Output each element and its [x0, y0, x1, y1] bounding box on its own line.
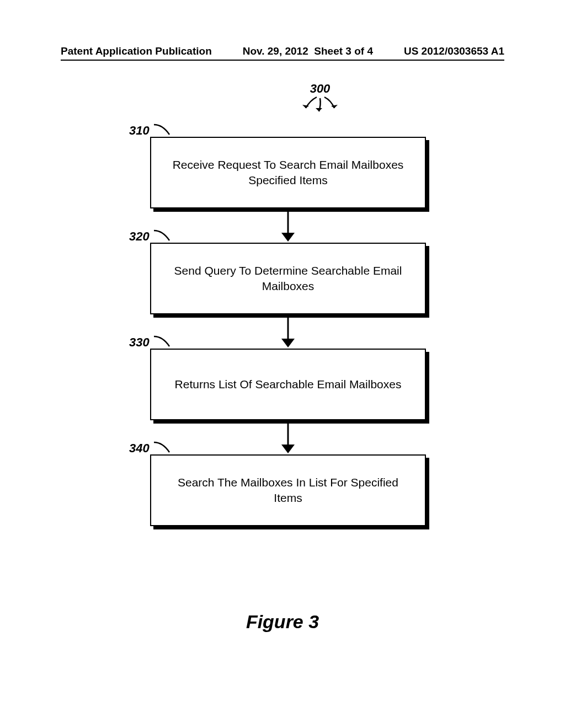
step-320: Send Query To Determine Searchable Email…: [150, 243, 426, 314]
diagram-ref-marker: 300: [298, 82, 342, 115]
svg-marker-2: [331, 105, 338, 108]
step-ref-320: 320: [129, 229, 172, 244]
publication-date: Nov. 29, 2012: [243, 45, 308, 57]
step-340: Search The Mailboxes In List For Specifi…: [150, 454, 426, 526]
arrow-down-icon: [279, 208, 297, 243]
step-text: Returns List Of Searchable Email Mailbox…: [175, 377, 402, 392]
step-text: Receive Request To Search Email Mailboxe…: [167, 157, 409, 189]
publication-date-sheet: Nov. 29, 2012 Sheet 3 of 4: [212, 45, 404, 57]
step-330: Returns List Of Searchable Email Mailbox…: [150, 349, 426, 420]
step-ref-label: 340: [129, 441, 150, 455]
arrow-down-icon: [279, 420, 297, 454]
svg-marker-1: [316, 108, 322, 111]
connector-arrow: [150, 314, 426, 349]
step-box: Receive Request To Search Email Mailboxe…: [150, 137, 426, 208]
flowchart: 310 Receive Request To Search Email Mail…: [150, 137, 426, 526]
step-ref-330: 330: [129, 335, 172, 350]
page-header: Patent Application Publication Nov. 29, …: [61, 45, 504, 57]
step-ref-label: 320: [129, 229, 150, 243]
svg-marker-4: [281, 233, 295, 242]
svg-marker-8: [281, 445, 295, 453]
publication-type: Patent Application Publication: [61, 45, 212, 57]
svg-marker-6: [281, 339, 295, 347]
connector-arrow: [150, 420, 426, 454]
sheet-info: Sheet 3 of 4: [314, 45, 373, 57]
step-ref-310: 310: [129, 124, 172, 138]
header-rule: [61, 60, 504, 61]
ref-arrows-icon: [298, 94, 342, 116]
leader-line-icon: [153, 441, 172, 454]
step-ref-label: 310: [129, 124, 150, 137]
page: Patent Application Publication Nov. 29, …: [0, 0, 565, 728]
step-text: Search The Mailboxes In List For Specifi…: [167, 475, 409, 506]
step-text: Send Query To Determine Searchable Email…: [167, 263, 409, 295]
publication-number: US 2012/0303653 A1: [404, 45, 504, 57]
step-ref-340: 340: [129, 441, 172, 456]
step-box: Search The Mailboxes In List For Specifi…: [150, 454, 426, 526]
connector-arrow: [150, 208, 426, 243]
step-ref-label: 330: [129, 335, 150, 349]
step-310: Receive Request To Search Email Mailboxe…: [150, 137, 426, 208]
arrow-down-icon: [279, 314, 297, 349]
leader-line-icon: [153, 229, 172, 243]
figure-caption: Figure 3: [0, 611, 565, 633]
step-box: Send Query To Determine Searchable Email…: [150, 243, 426, 314]
step-box: Returns List Of Searchable Email Mailbox…: [150, 349, 426, 420]
leader-line-icon: [153, 124, 172, 137]
leader-line-icon: [153, 335, 172, 349]
